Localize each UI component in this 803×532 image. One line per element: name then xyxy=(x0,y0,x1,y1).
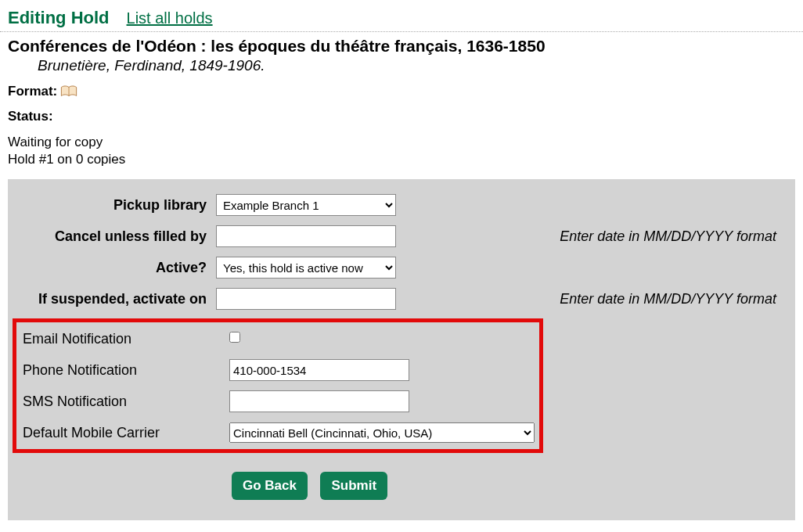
cancel-date-input[interactable] xyxy=(216,225,396,247)
submit-button[interactable]: Submit xyxy=(320,472,387,500)
phone-notif-label: Phone Notification xyxy=(20,362,229,379)
suspend-label: If suspended, activate on xyxy=(13,291,216,307)
list-holds-link[interactable]: List all holds xyxy=(127,9,213,27)
format-label: Format: xyxy=(8,84,57,99)
active-select[interactable]: Yes, this hold is active now xyxy=(216,257,396,279)
suspend-date-hint: Enter date in MM/DD/YYYY format xyxy=(560,291,790,307)
record-meta: Format: Status: xyxy=(0,84,803,124)
go-back-button[interactable]: Go Back xyxy=(232,472,308,500)
cancel-date-label: Cancel unless filled by xyxy=(13,228,216,245)
cancel-date-hint: Enter date in MM/DD/YYYY format xyxy=(560,228,790,245)
status-line-2: Hold #1 on 0 copies xyxy=(8,151,795,168)
page-header: Editing Hold List all holds xyxy=(0,0,803,32)
status-line-1: Waiting for copy xyxy=(8,134,795,151)
notification-highlight: Email Notification Phone Notification SM… xyxy=(13,318,543,453)
record-title-row: Conférences de l'Odéon : les époques du … xyxy=(0,32,803,56)
carrier-label: Default Mobile Carrier xyxy=(20,425,229,441)
email-notif-checkbox[interactable] xyxy=(229,332,240,343)
phone-notif-input[interactable] xyxy=(229,359,409,381)
record-title: Conférences de l'Odéon : les époques du … xyxy=(8,37,546,55)
record-author: Brunetière, Ferdinand, 1849-1906. xyxy=(0,56,803,84)
status-label: Status: xyxy=(8,109,53,124)
suspend-date-input[interactable] xyxy=(216,288,396,310)
edit-form: Pickup library Example Branch 1 Cancel u… xyxy=(8,179,795,520)
carrier-select[interactable]: Cincinnati Bell (Cincinnati, Ohio, USA) xyxy=(229,422,535,443)
status-block: Waiting for copy Hold #1 on 0 copies xyxy=(0,134,803,179)
action-buttons: Go Back Submit xyxy=(13,472,790,500)
pickup-library-select[interactable]: Example Branch 1 xyxy=(216,194,396,216)
pickup-library-label: Pickup library xyxy=(13,197,216,214)
email-notif-label: Email Notification xyxy=(20,331,229,347)
book-icon xyxy=(60,84,77,99)
active-label: Active? xyxy=(13,260,216,276)
page-title: Editing Hold xyxy=(8,8,110,28)
sms-notif-input[interactable] xyxy=(229,390,409,412)
sms-notif-label: SMS Notification xyxy=(20,394,229,410)
